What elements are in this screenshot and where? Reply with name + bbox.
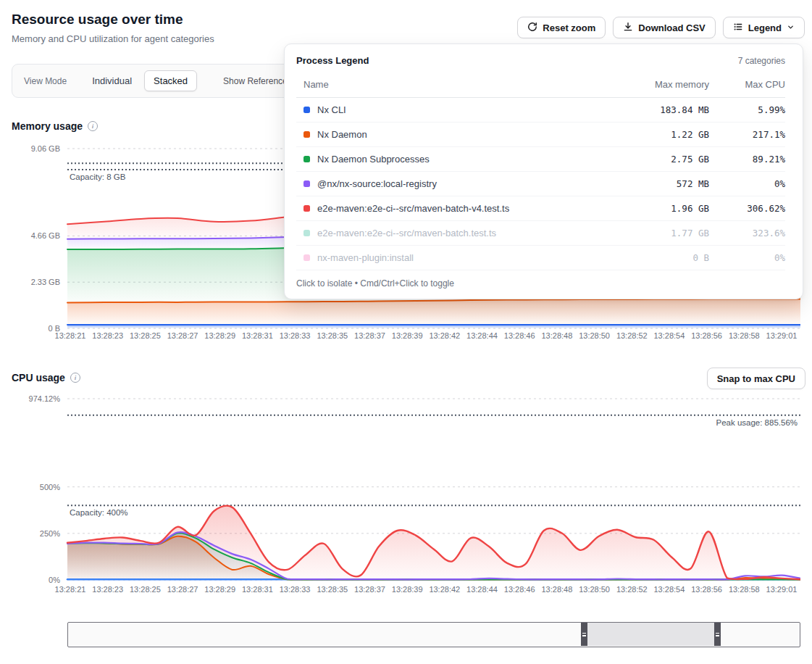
x-tick-label: 13:28:54	[653, 331, 685, 340]
download-icon	[623, 22, 633, 34]
memory-usage-heading: Memory usage	[12, 120, 83, 132]
legend-column-headers: Name Max memory Max CPU	[296, 76, 785, 98]
series-max-cpu: 217.1%	[709, 129, 785, 140]
legend-footer-hint: Click to isolate • Cmd/Ctrl+Click to tog…	[296, 270, 785, 289]
x-tick-label: 13:28:39	[392, 331, 423, 340]
legend-row[interactable]: Nx Daemon1.22 GB217.1%	[296, 123, 785, 147]
legend-row[interactable]: Nx Daemon Subprocesses2.75 GB89.21%	[296, 147, 785, 172]
x-tick-label: 13:28:25	[130, 331, 161, 340]
cpu-usage-chart[interactable]: 0%250%500%974.12%13:28:2113:28:2313:28:2…	[12, 391, 800, 602]
series-color-dot	[304, 180, 310, 187]
brush-handle-left[interactable]	[581, 623, 587, 646]
series-max-memory: 1.96 GB	[600, 203, 709, 214]
series-color-dot	[304, 254, 310, 261]
series-max-cpu: 306.62%	[709, 203, 785, 214]
page-title: Resource usage over time	[12, 12, 183, 28]
x-tick-label: 13:28:39	[392, 585, 423, 594]
x-tick-label: 13:29:01	[766, 331, 798, 340]
series-max-memory: 183.84 MB	[600, 104, 709, 115]
x-tick-label: 13:28:50	[579, 585, 610, 594]
download-csv-label: Download CSV	[638, 22, 705, 33]
x-tick-label: 13:28:58	[729, 585, 760, 594]
brush-selection[interactable]	[581, 623, 721, 646]
legend-panel-title: Process Legend	[296, 55, 369, 66]
info-icon[interactable]: i	[88, 121, 98, 131]
x-tick-label: 13:28:23	[92, 585, 123, 594]
list-icon	[733, 22, 743, 34]
legend-row[interactable]: Nx CLI183.84 MB5.99%	[296, 98, 785, 123]
y-tick-label: 2.33 GB	[31, 278, 60, 286]
series-name: Nx CLI	[317, 104, 346, 115]
refresh-icon	[527, 22, 537, 34]
legend-row[interactable]: nx-maven-plugin:install0 B0%	[296, 246, 785, 270]
view-mode-individual-button[interactable]: Individual	[83, 70, 141, 91]
x-tick-label: 13:28:52	[616, 585, 648, 594]
y-tick-label: 974.12%	[29, 394, 61, 403]
series-color-dot	[304, 230, 310, 236]
time-range-brush[interactable]	[67, 622, 800, 647]
x-tick-label: 13:28:54	[653, 585, 685, 594]
series-color-dot	[304, 205, 310, 212]
download-csv-button[interactable]: Download CSV	[613, 17, 715, 38]
info-icon[interactable]: i	[70, 373, 80, 383]
series-max-memory: 572 MB	[600, 178, 709, 189]
y-tick-label: 250%	[40, 529, 60, 538]
series-color-dot	[304, 131, 310, 138]
series-name: e2e-maven:e2e-ci--src/maven-batch.test.t…	[317, 228, 496, 238]
x-tick-label: 13:28:48	[541, 331, 572, 340]
series-max-cpu: 5.99%	[709, 104, 785, 115]
x-tick-label: 13:28:46	[504, 331, 535, 340]
reset-zoom-button[interactable]: Reset zoom	[517, 17, 606, 38]
x-tick-label: 13:28:42	[429, 585, 460, 594]
x-tick-label: 13:28:58	[729, 331, 760, 340]
series-name: nx-maven-plugin:install	[317, 252, 414, 263]
series-name: e2e-maven:e2e-ci--src/maven-batch-v4.tes…	[317, 203, 509, 214]
x-tick-label: 13:28:29	[204, 331, 235, 340]
x-tick-label: 13:28:21	[55, 585, 86, 594]
legend-category-count: 7 categories	[738, 56, 785, 66]
cpu-usage-heading: CPU usage	[12, 372, 65, 383]
memory-section-title: Memory usage i	[12, 120, 98, 132]
brush-handle-right[interactable]	[714, 623, 721, 646]
x-tick-label: 13:28:31	[242, 585, 273, 594]
x-tick-label: 13:28:29	[204, 585, 235, 594]
series-max-memory: 2.75 GB	[600, 154, 709, 165]
x-tick-label: 13:28:50	[579, 331, 610, 340]
series-max-cpu: 323.6%	[709, 228, 785, 238]
col-name: Name	[304, 79, 600, 90]
series-max-cpu: 0%	[709, 178, 785, 189]
x-tick-label: 13:28:52	[616, 331, 648, 340]
x-tick-label: 13:29:01	[766, 585, 798, 594]
snap-to-max-cpu-button[interactable]: Snap to max CPU	[707, 368, 805, 389]
x-tick-label: 13:28:35	[317, 585, 348, 594]
legend-row[interactable]: @nx/nx-source:local-registry572 MB0%	[296, 172, 785, 196]
series-color-dot	[304, 107, 310, 113]
top-buttons: Reset zoom Download CSV Legend	[517, 17, 805, 38]
y-tick-label: 500%	[40, 483, 60, 491]
x-tick-label: 13:28:25	[130, 585, 161, 594]
y-tick-label: 9.06 GB	[31, 144, 60, 153]
x-tick-label: 13:28:48	[541, 585, 572, 594]
reference-line-label: Peak usage: 885.56%	[716, 418, 798, 427]
x-tick-label: 13:28:33	[280, 585, 311, 594]
x-tick-label: 13:28:44	[466, 585, 498, 594]
x-tick-label: 13:28:37	[354, 585, 385, 594]
legend-rows: Nx CLI183.84 MB5.99%Nx Daemon1.22 GB217.…	[296, 98, 785, 270]
series-max-memory: 1.77 GB	[600, 228, 709, 238]
x-tick-label: 13:28:33	[280, 331, 311, 340]
page-subtitle: Memory and CPU utilization for agent cat…	[12, 33, 214, 44]
x-tick-label: 13:28:21	[55, 331, 86, 340]
reset-zoom-label: Reset zoom	[543, 22, 595, 33]
x-tick-label: 13:28:27	[167, 331, 198, 340]
legend-row[interactable]: e2e-maven:e2e-ci--src/maven-batch.test.t…	[296, 221, 785, 246]
legend-row[interactable]: e2e-maven:e2e-ci--src/maven-batch-v4.tes…	[296, 196, 785, 221]
legend-dropdown-button[interactable]: Legend	[723, 17, 805, 38]
series-max-memory: 0 B	[600, 252, 709, 263]
x-tick-label: 13:28:31	[242, 331, 273, 340]
view-mode-stacked-button[interactable]: Stacked	[144, 70, 197, 91]
series-name: Nx Daemon	[317, 129, 367, 140]
x-tick-label: 13:28:27	[167, 585, 198, 594]
y-tick-label: 0%	[49, 576, 60, 584]
col-max-cpu: Max CPU	[709, 79, 785, 90]
series-max-cpu: 0%	[709, 252, 785, 263]
